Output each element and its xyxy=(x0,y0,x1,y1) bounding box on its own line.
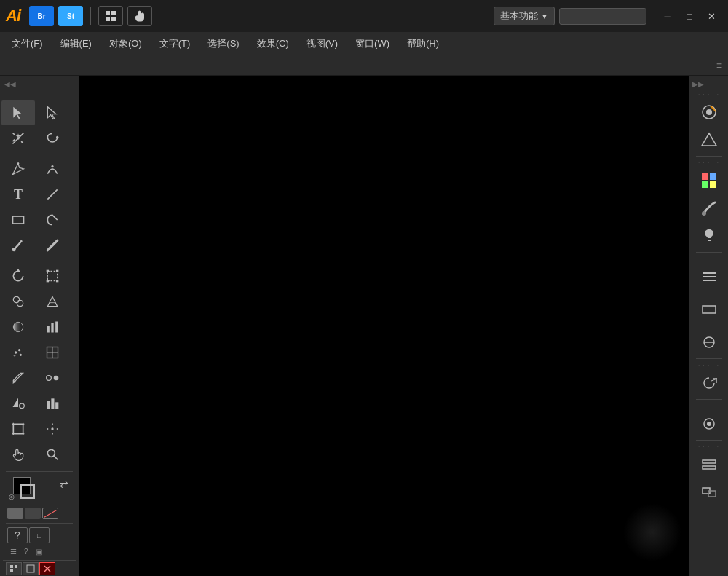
curvature-tool[interactable] xyxy=(36,157,69,181)
right-sep-1 xyxy=(696,156,722,157)
restore-button[interactable]: □ xyxy=(678,9,700,23)
menu-edit[interactable]: 编辑(E) xyxy=(52,34,100,53)
sep4 xyxy=(6,523,73,524)
bottom-icon-1[interactable] xyxy=(6,562,22,575)
menu-select[interactable]: 选择(S) xyxy=(199,34,248,53)
hand-tool[interactable] xyxy=(1,442,35,467)
blend-tool[interactable] xyxy=(36,366,69,390)
menu-window[interactable]: 窗口(W) xyxy=(347,34,398,53)
default-colors-icon[interactable]: ◎ xyxy=(9,493,15,500)
svg-rect-21 xyxy=(47,326,50,332)
svg-point-26 xyxy=(20,354,22,356)
color-btn[interactable] xyxy=(7,508,23,519)
layers-panel-btn[interactable] xyxy=(694,451,724,478)
svg-line-8 xyxy=(47,189,57,199)
symbols-panel-btn[interactable] xyxy=(694,223,724,249)
svg-point-20 xyxy=(13,322,23,331)
mode-icon-2[interactable]: ? xyxy=(21,546,31,557)
perspective-grid-tool[interactable] xyxy=(36,289,69,314)
pen-tool[interactable] xyxy=(1,157,35,181)
bar-chart-tool[interactable] xyxy=(36,315,69,339)
swap-colors-icon[interactable]: ⇄ xyxy=(60,478,68,490)
stock-icon-btn[interactable]: St xyxy=(58,6,83,26)
menu-help[interactable]: 帮助(H) xyxy=(398,34,448,53)
brushes-panel-btn[interactable] xyxy=(694,195,724,221)
bridge-icon-btn[interactable]: Br xyxy=(29,6,54,26)
menu-effect[interactable]: 效果(C) xyxy=(248,34,298,53)
svg-point-17 xyxy=(13,296,19,302)
right-handle-3: · · · · · xyxy=(689,256,728,262)
svg-rect-2 xyxy=(106,17,110,21)
cc-libraries-panel-btn[interactable] xyxy=(694,370,724,396)
menu-file[interactable]: 文件(F) xyxy=(3,34,52,53)
view-mode-btn[interactable] xyxy=(98,6,123,26)
question-btn[interactable]: ? xyxy=(7,527,28,543)
gradient-tool[interactable] xyxy=(1,315,35,339)
main-area: ◀◀ · · · · · · · xyxy=(0,76,728,576)
toolbar-collapse-btn[interactable]: ◀◀ xyxy=(1,79,77,90)
type-tool[interactable]: T xyxy=(1,182,35,207)
transform-panel-btn[interactable] xyxy=(694,296,724,323)
spiral-tool[interactable] xyxy=(36,208,69,232)
blob-brush-tool[interactable] xyxy=(36,233,69,258)
right-panel-drag-handle: · · · · · xyxy=(689,91,728,98)
menu-view[interactable]: 视图(V) xyxy=(298,34,347,53)
minimize-button[interactable]: ─ xyxy=(657,9,678,23)
menu-object[interactable]: 对象(O) xyxy=(100,34,151,53)
mode-icon-3[interactable]: ▣ xyxy=(33,546,45,557)
zoom-tool[interactable] xyxy=(36,442,69,467)
svg-point-61 xyxy=(706,109,712,115)
divider xyxy=(90,7,91,25)
slice-tool[interactable] xyxy=(36,340,69,365)
hand-icon-btn[interactable] xyxy=(127,6,152,26)
live-paint-bucket-tool[interactable] xyxy=(1,391,35,416)
search-input[interactable] xyxy=(559,8,646,25)
measure-tool[interactable] xyxy=(36,417,69,441)
pathfinder-panel-btn[interactable] xyxy=(694,329,724,355)
color-mode-btns xyxy=(3,506,76,521)
artboards-panel-btn[interactable] xyxy=(694,479,724,505)
mode-icon-1[interactable]: ☰ xyxy=(7,546,20,557)
svg-point-10 xyxy=(12,248,16,251)
artboard-tool[interactable] xyxy=(1,417,35,441)
swatches-panel-btn[interactable] xyxy=(694,167,724,194)
align-panel-btn[interactable] xyxy=(694,264,724,290)
appearance-panel-btn[interactable] xyxy=(694,411,724,437)
bottom-icon-3[interactable] xyxy=(39,562,55,575)
gradient-btn[interactable] xyxy=(25,508,41,519)
screen-mode-btn[interactable]: □ xyxy=(29,527,50,543)
workspace-selector[interactable]: 基本功能 ▼ xyxy=(494,7,555,25)
live-paint-selection-tool[interactable] xyxy=(36,391,69,416)
eyedropper-tool[interactable] xyxy=(1,366,35,390)
close-button[interactable]: ✕ xyxy=(700,9,722,23)
title-bar: Ai Br St 基本功能 ▼ ─ □ ✕ xyxy=(0,0,728,32)
magic-wand-tool[interactable] xyxy=(1,126,35,151)
panel-options-icon[interactable]: ≡ xyxy=(713,58,725,73)
none-btn[interactable] xyxy=(42,508,58,519)
svg-point-24 xyxy=(15,351,17,353)
symbol-sprayer-tool[interactable] xyxy=(1,340,35,365)
selection-tool[interactable] xyxy=(1,100,35,125)
color-guide-panel-btn[interactable] xyxy=(694,127,724,153)
canvas-area[interactable] xyxy=(79,76,689,576)
lasso-tool[interactable] xyxy=(36,126,69,151)
direct-selection-tool[interactable] xyxy=(36,100,69,125)
workspace-label: 基本功能 xyxy=(500,9,538,23)
line-tool[interactable] xyxy=(36,182,69,207)
bottom-icon-2[interactable] xyxy=(23,562,39,575)
shape-builder-tool[interactable] xyxy=(1,289,35,314)
right-panel-collapse-btn[interactable]: ▶▶ xyxy=(689,79,705,90)
menu-type[interactable]: 文字(T) xyxy=(151,34,199,53)
svg-point-31 xyxy=(13,380,15,382)
toolbar-drag-handle: · · · · · · · xyxy=(1,90,77,100)
svg-rect-37 xyxy=(55,402,58,409)
free-transform-tool[interactable] xyxy=(36,264,69,288)
stroke-swatch[interactable] xyxy=(20,484,35,499)
rectangle-tool[interactable] xyxy=(1,208,35,232)
color-panel-btn[interactable] xyxy=(694,99,724,125)
svg-rect-23 xyxy=(55,322,58,333)
rotate-tool[interactable] xyxy=(1,264,35,288)
svg-rect-12 xyxy=(47,271,57,280)
paintbrush-tool[interactable] xyxy=(1,233,35,258)
svg-rect-38 xyxy=(13,424,23,433)
